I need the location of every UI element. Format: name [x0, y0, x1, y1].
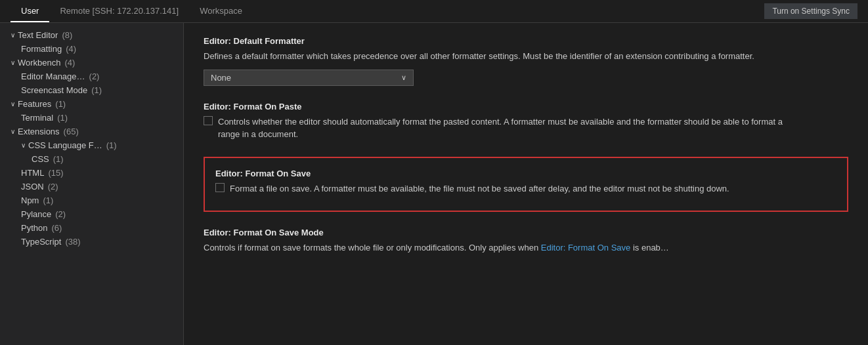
sidebar-item-css[interactable]: CSS (1) — [0, 152, 183, 166]
setting-desc: Controls if format on save formats the w… — [204, 241, 768, 254]
sidebar-item-count: (1) — [53, 154, 64, 164]
sidebar-item-label: CSS — [32, 154, 49, 164]
sidebar-item-pylance[interactable]: Pylance (2) — [0, 207, 183, 221]
sidebar-item-typescript[interactable]: TypeScript (38) — [0, 235, 183, 249]
setting-desc: Controls whether the editor should autom… — [218, 115, 783, 141]
dropdown-value: None — [211, 73, 231, 83]
sidebar-item-label: Npm — [21, 195, 39, 205]
tabs: User Remote [SSH: 172.20.137.141] Worksp… — [11, 0, 253, 22]
chevron-icon: ∨ — [11, 59, 15, 66]
setting-format-on-save-mode: Editor: Format On Save Mode Controls if … — [204, 228, 848, 254]
chevron-down-icon: ∨ — [401, 73, 406, 82]
sidebar-item-label: Terminal — [21, 113, 53, 123]
tab-workspace[interactable]: Workspace — [189, 0, 253, 22]
tab-bar: User Remote [SSH: 172.20.137.141] Worksp… — [0, 0, 868, 23]
chevron-icon: ∨ — [21, 142, 26, 149]
sidebar-item-count: (8) — [62, 30, 72, 40]
sidebar: ∨ Text Editor (8) Formatting (4) ∨ Workb… — [0, 23, 184, 345]
desc-text-before: Controls if format on save formats the w… — [204, 243, 541, 253]
format-on-paste-checkbox[interactable] — [204, 116, 213, 125]
setting-format-on-save-highlighted: Editor: Format On Save Format a file on … — [204, 157, 848, 213]
setting-title: Editor: Format On Paste — [204, 102, 848, 112]
setting-title: Editor: Default Formatter — [204, 36, 848, 46]
sidebar-item-label: HTML — [21, 168, 44, 178]
sidebar-item-label: Text Editor — [18, 30, 58, 40]
sidebar-item-count: (1) — [91, 85, 102, 95]
sidebar-item-count: (2) — [89, 71, 100, 81]
sidebar-item-extensions[interactable]: ∨ Extensions (65) — [0, 125, 183, 138]
sidebar-item-count: (38) — [65, 237, 80, 247]
setting-title: Editor: Format On Save Mode — [204, 228, 848, 237]
sidebar-item-html[interactable]: HTML (15) — [0, 166, 183, 180]
sidebar-item-features[interactable]: ∨ Features (1) — [0, 97, 183, 111]
sidebar-item-label: Screencast Mode — [21, 85, 87, 95]
sidebar-item-json[interactable]: JSON (2) — [0, 180, 183, 193]
sidebar-item-count: (2) — [48, 182, 58, 192]
sidebar-item-count: (65) — [64, 127, 79, 136]
chevron-icon: ∨ — [11, 31, 15, 39]
sidebar-item-terminal[interactable]: Terminal (1) — [0, 111, 183, 125]
setting-desc: Defines a default formatter which takes … — [204, 50, 768, 63]
main-layout: ∨ Text Editor (8) Formatting (4) ∨ Workb… — [0, 23, 868, 345]
checkbox-row: Controls whether the editor should autom… — [204, 115, 848, 141]
sidebar-item-label: Features — [18, 99, 51, 109]
sidebar-item-label: JSON — [21, 182, 44, 192]
sidebar-item-label: Python — [21, 223, 47, 233]
sidebar-item-count: (1) — [43, 195, 53, 205]
tab-user[interactable]: User — [11, 0, 49, 22]
chevron-icon: ∨ — [11, 128, 15, 135]
setting-format-on-paste: Editor: Format On Paste Controls whether… — [204, 102, 848, 141]
sidebar-item-label: Editor Manage… — [21, 71, 85, 81]
setting-default-formatter: Editor: Default Formatter Defines a defa… — [204, 36, 848, 86]
sidebar-item-npm[interactable]: Npm (1) — [0, 193, 183, 207]
sidebar-item-label: Extensions — [18, 127, 60, 136]
sidebar-item-workbench[interactable]: ∨ Workbench (4) — [0, 56, 183, 70]
settings-content: Editor: Default Formatter Defines a defa… — [184, 23, 868, 345]
sidebar-item-label: Pylance — [21, 209, 51, 219]
sidebar-item-count: (1) — [55, 99, 66, 109]
sidebar-item-count: (4) — [66, 44, 76, 54]
sidebar-item-count: (2) — [55, 209, 66, 219]
sidebar-item-label: Formatting — [21, 44, 62, 54]
sidebar-item-formatting[interactable]: Formatting (4) — [0, 42, 183, 56]
sidebar-item-count: (6) — [51, 223, 62, 233]
format-on-save-link[interactable]: Editor: Format On Save — [541, 243, 631, 253]
sidebar-item-css-language[interactable]: ∨ CSS Language F… (1) — [0, 138, 183, 152]
sync-button[interactable]: Turn on Settings Sync — [764, 3, 857, 19]
formatter-dropdown[interactable]: None ∨ — [204, 70, 414, 86]
sidebar-item-editor-manage[interactable]: Editor Manage… (2) — [0, 70, 183, 83]
chevron-icon: ∨ — [11, 100, 15, 108]
sidebar-item-screencast-mode[interactable]: Screencast Mode (1) — [0, 83, 183, 97]
sidebar-item-count: (1) — [106, 140, 117, 150]
sidebar-item-label: CSS Language F… — [28, 140, 102, 150]
sidebar-item-python[interactable]: Python (6) — [0, 221, 183, 235]
tab-remote[interactable]: Remote [SSH: 172.20.137.141] — [49, 0, 189, 22]
checkbox-row: Format a file on save. A formatter must … — [215, 182, 836, 195]
sidebar-item-count: (4) — [65, 58, 76, 68]
setting-desc: Format a file on save. A formatter must … — [230, 182, 729, 195]
sidebar-item-count: (1) — [57, 113, 68, 123]
sidebar-item-count: (15) — [48, 168, 63, 178]
sidebar-item-label: TypeScript — [21, 237, 61, 247]
setting-title: Editor: Format On Save — [215, 169, 836, 178]
sidebar-item-label: Workbench — [18, 58, 61, 68]
sidebar-item-text-editor[interactable]: ∨ Text Editor (8) — [0, 28, 183, 42]
desc-text-after: is enab… — [630, 243, 669, 253]
format-on-save-checkbox[interactable] — [215, 183, 225, 192]
